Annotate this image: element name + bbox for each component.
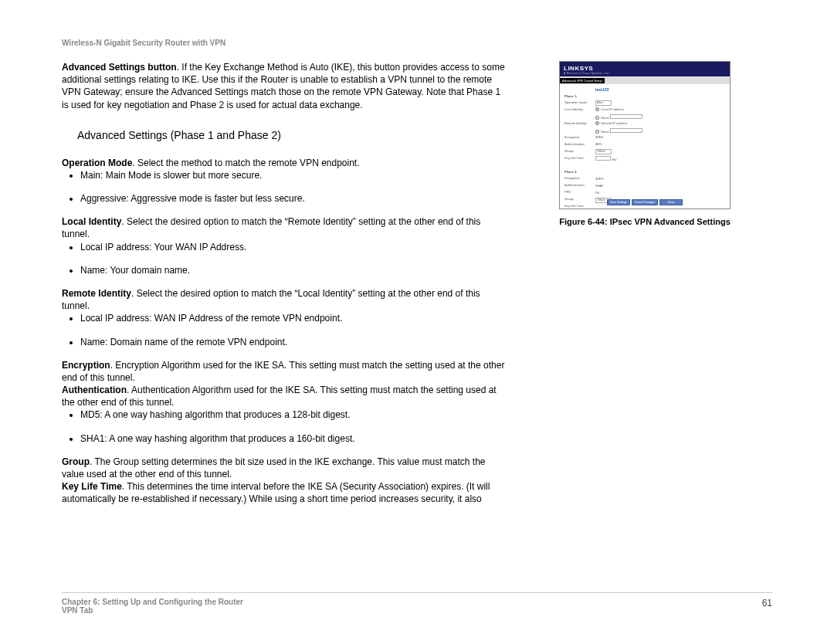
ss-local-name-input[interactable] — [610, 114, 642, 119]
ss-radio-remote-ip[interactable] — [595, 121, 599, 125]
ss-enc1-value: 3DES — [595, 135, 725, 140]
ss-radio-local-ip[interactable] — [595, 107, 599, 111]
ss-local-id-label: Local Identity: — [564, 107, 595, 112]
list-item: Name: Domain name of the remote VPN endp… — [80, 336, 510, 348]
ss-auth1-value: MD5 — [595, 142, 725, 147]
remote-id-bullets: Local IP address: WAN IP Address of the … — [62, 312, 510, 347]
ss-phase2-title: Phase 2: — [564, 170, 595, 175]
list-item: Local IP address: WAN IP Address of the … — [80, 312, 510, 324]
ss-close-button[interactable]: Close — [659, 199, 683, 205]
ss-klt1-input[interactable] — [595, 156, 611, 161]
ss-group1-label: Group: — [564, 149, 595, 154]
remote-identity-para: Remote Identity. Select the desired opti… — [62, 287, 510, 312]
ss-local-id-opt2: Name — [601, 116, 609, 120]
list-item: MD5: A one way hashing algorithm that pr… — [80, 408, 510, 421]
rest-auth: . Authentication Algorithm used for the … — [62, 385, 497, 408]
list-item: Main: Main Mode is slower but more secur… — [80, 169, 510, 181]
section-heading-phases: Advanced Settings (Phase 1 and Phase 2) — [77, 128, 510, 143]
ss-remote-id-label: Remote Identity: — [564, 121, 595, 126]
rest-local-id: . Select the desired option to match the… — [62, 216, 480, 239]
ss-phase1-title: Phase 1: — [564, 94, 595, 99]
authentication-para: Authentication. Authentication Algorithm… — [62, 384, 510, 408]
list-item: Name: Your domain name. — [80, 264, 510, 276]
ss-panel-bar: Advanced VPN Tunnel Setup — [560, 76, 730, 84]
page-number: 61 — [762, 598, 772, 615]
ss-enc2-value: 3DES — [595, 177, 725, 181]
lead-group: Group — [62, 456, 90, 467]
lead-adv-button: Advanced Settings button — [62, 62, 177, 73]
ss-klt1-label: Key Life Time: — [564, 156, 595, 161]
product-header: Wireless-N Gigabit Security Router with … — [62, 39, 772, 47]
ss-op-mode-label: Operation mode: — [564, 100, 595, 105]
ss-remote-name-input[interactable] — [610, 128, 642, 133]
footer-chapter: Chapter 6: Setting Up and Configuring th… — [62, 598, 243, 606]
ss-op-mode-select[interactable]: Main — [595, 100, 612, 106]
encryption-para: Encryption. Encryption Algorithm used fo… — [62, 359, 510, 384]
ss-remote-id-opt1: Remote IP address — [601, 121, 627, 125]
ss-enc2-label: Encryption: — [564, 176, 595, 181]
ss-local-id-opt1: Local IP address — [601, 107, 624, 111]
figure-column: LINKSYS A Division of Cisco Systems, Inc… — [548, 61, 741, 506]
advanced-settings-button-para: Advanced Settings button. If the Key Exc… — [62, 61, 510, 111]
lead-auth: Authentication — [62, 385, 127, 395]
ipsec-advanced-settings-screenshot: LINKSYS A Division of Cisco Systems, Inc… — [559, 61, 731, 209]
ss-cancel-button[interactable]: Cancel Changes — [632, 199, 658, 205]
list-item: Local IP address: Your WAN IP Address. — [80, 241, 510, 253]
ss-pfs-value: On — [595, 191, 725, 195]
lead-enc: Encryption — [62, 360, 110, 371]
local-id-bullets: Local IP address: Your WAN IP Address. N… — [62, 241, 510, 276]
key-life-time-para: Key Life Time. This determines the time … — [62, 480, 510, 505]
ss-pfs-label: PFS: — [564, 190, 595, 195]
footer-tab: VPN Tab — [62, 606, 243, 615]
figure-caption: Figure 6-44: IPsec VPN Advanced Settings — [548, 217, 741, 226]
lead-local-id: Local Identity — [62, 216, 121, 227]
operation-mode-para: Operation Mode. Select the method to mat… — [62, 157, 510, 169]
ss-group1-select[interactable]: 768-bit — [595, 149, 612, 154]
rest-op-mode: . Select the method to match the remote … — [132, 158, 359, 168]
ss-radio-local-name[interactable] — [595, 116, 599, 120]
ss-brand-header: LINKSYS A Division of Cisco Systems, Inc… — [560, 62, 730, 76]
ss-auth2-label: Authentication: — [564, 183, 595, 188]
ss-brand: LINKSYS — [564, 65, 593, 72]
ss-brand-sub: A Division of Cisco Systems, Inc. — [564, 72, 726, 75]
ss-radio-remote-name[interactable] — [595, 130, 599, 134]
list-item: SHA1: A one way hashing algorithm that p… — [80, 432, 510, 445]
ss-klt1-unit: Sec — [612, 158, 617, 161]
ss-enc1-label: Encryption: — [564, 135, 595, 140]
auth-bullets: MD5: A one way hashing algorithm that pr… — [62, 408, 510, 444]
ss-auth1-label: Authentication: — [564, 142, 595, 147]
ss-remote-id-opt2: Name — [601, 130, 609, 134]
page-footer: Chapter 6: Setting Up and Configuring th… — [62, 592, 772, 615]
ss-tunnel-name: test123 — [595, 87, 725, 92]
rest-group: . The Group setting determines the bit s… — [62, 456, 486, 480]
op-mode-bullets: Main: Main Mode is slower but more secur… — [62, 169, 510, 205]
lead-remote-id: Remote Identity — [62, 288, 131, 299]
lead-klt: Key Life Time — [62, 481, 122, 492]
lead-op-mode: Operation Mode — [62, 158, 132, 168]
ss-save-button[interactable]: Save Settings — [607, 199, 630, 205]
main-content: Advanced Settings button. If the Key Exc… — [62, 61, 510, 506]
rest-klt: . This determines the time interval befo… — [62, 481, 490, 504]
rest-enc: . Encryption Algorithm used for the IKE … — [62, 360, 504, 383]
ss-panel-label: Advanced VPN Tunnel Setup — [560, 78, 605, 83]
local-identity-para: Local Identity. Select the desired optio… — [62, 215, 510, 240]
list-item: Aggressive: Aggressive mode is faster bu… — [80, 192, 510, 205]
group-para: Group. The Group setting determines the … — [62, 456, 510, 480]
ss-auth2-value: SHA1 — [595, 184, 725, 188]
